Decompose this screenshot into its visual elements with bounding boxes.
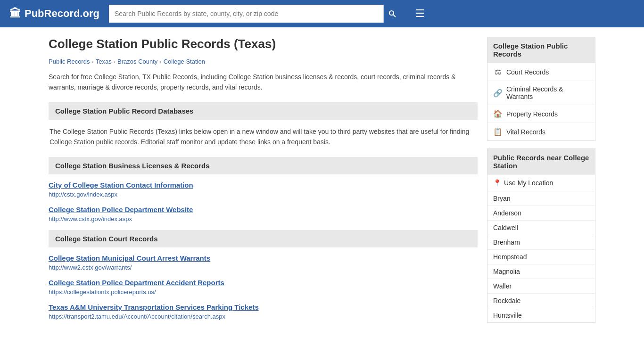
nearby-bryan[interactable]: Bryan — [487, 191, 595, 206]
record-url-parking-tickets[interactable]: https://transport2.tamu.edu/Account/Acco… — [49, 313, 225, 320]
svg-line-1 — [393, 15, 396, 17]
sidebar-item-court[interactable]: ⚖ Court Records — [487, 63, 595, 81]
nearby-huntsville[interactable]: Huntsville — [487, 308, 595, 322]
nearby-brenham[interactable]: Brenham — [487, 235, 595, 249]
section-header-business: College Station Business Licenses & Reco… — [49, 157, 478, 174]
menu-button[interactable]: ☰ — [415, 8, 425, 20]
logo[interactable]: 🏛 PubRecord.org — [9, 7, 99, 20]
record-url-accident-reports[interactable]: https://collegestationtx.policereports.u… — [49, 288, 156, 296]
left-content: College Station Public Records (Texas) P… — [49, 37, 478, 330]
right-sidebar: College Station Public Records ⚖ Court R… — [487, 37, 595, 330]
sidebar-link-criminal[interactable]: Criminal Records & Warrants — [506, 85, 589, 100]
criminal-icon: 🔗 — [493, 89, 503, 98]
section-header-databases: College Station Public Record Databases — [49, 102, 478, 120]
vital-icon: 📋 — [493, 127, 503, 136]
search-icon — [388, 10, 396, 17]
nearby-magnolia[interactable]: Magnolia — [487, 264, 595, 279]
sidebar-item-vital[interactable]: 📋 Vital Records — [487, 123, 595, 140]
sidebar-nearby-box: Public Records near College Station 📍 Us… — [487, 148, 595, 323]
breadcrumb-texas[interactable]: Texas — [96, 58, 112, 65]
header: 🏛 PubRecord.org ☰ — [0, 0, 644, 27]
sidebar-link-property[interactable]: Property Records — [506, 110, 558, 118]
breadcrumb: Public Records › Texas › Brazos County ›… — [49, 58, 478, 65]
record-parking-tickets: Texas A&M University Transportation Serv… — [49, 303, 478, 320]
search-input[interactable] — [109, 5, 383, 23]
svg-point-0 — [389, 11, 394, 15]
breadcrumb-brazos[interactable]: Brazos County — [117, 58, 157, 65]
record-url-city-contact[interactable]: http://cstx.gov/index.aspx — [49, 191, 117, 198]
search-button[interactable] — [383, 5, 401, 23]
sidebar-item-criminal[interactable]: 🔗 Criminal Records & Warrants — [487, 81, 595, 105]
record-title-city-contact[interactable]: City of College Station Contact Informat… — [49, 181, 478, 189]
logo-text: PubRecord.org — [25, 8, 99, 20]
sidebar-nearby-header: Public Records near College Station — [487, 149, 595, 174]
nearby-caldwell[interactable]: Caldwell — [487, 220, 595, 235]
sidebar-cs-header: College Station Public Records — [487, 37, 595, 63]
section-desc-databases: The College Station Public Records (Texa… — [49, 126, 478, 148]
breadcrumb-sep-3: › — [159, 58, 161, 65]
logo-icon: 🏛 — [9, 7, 21, 20]
breadcrumb-college-station[interactable]: College Station — [164, 58, 205, 65]
record-accident-reports: College Station Police Department Accide… — [49, 279, 478, 296]
record-arrest-warrants: College Station Municipal Court Arrest W… — [49, 254, 478, 271]
section-header-court: College Station Court Records — [49, 230, 478, 247]
location-icon: 📍 — [493, 179, 501, 187]
intro-text: Search for free College Station, TX Publ… — [49, 72, 478, 93]
record-title-police-website[interactable]: College Station Police Department Websit… — [49, 206, 478, 214]
sidebar-cs-box: College Station Public Records ⚖ Court R… — [487, 37, 595, 141]
page-title: College Station Public Records (Texas) — [49, 37, 478, 51]
record-title-parking-tickets[interactable]: Texas A&M University Transportation Serv… — [49, 303, 478, 311]
record-url-police-website[interactable]: http://www.cstx.gov/index.aspx — [49, 215, 132, 222]
breadcrumb-public-records[interactable]: Public Records — [49, 58, 90, 65]
record-police-website: College Station Police Department Websit… — [49, 206, 478, 222]
main-container: College Station Public Records (Texas) P… — [39, 27, 605, 340]
nearby-anderson[interactable]: Anderson — [487, 206, 595, 220]
court-icon: ⚖ — [493, 67, 503, 76]
sidebar-link-vital[interactable]: Vital Records — [506, 128, 545, 136]
breadcrumb-sep-1: › — [91, 58, 93, 65]
use-location-button[interactable]: 📍 Use My Location — [487, 174, 595, 191]
nearby-rockdale[interactable]: Rockdale — [487, 293, 595, 308]
search-area — [109, 5, 401, 23]
record-url-arrest-warrants[interactable]: http://www2.cstx.gov/warrants/ — [49, 264, 132, 271]
record-title-arrest-warrants[interactable]: College Station Municipal Court Arrest W… — [49, 254, 478, 262]
property-icon: 🏠 — [493, 109, 503, 118]
record-city-contact: City of College Station Contact Informat… — [49, 181, 478, 198]
sidebar-item-property[interactable]: 🏠 Property Records — [487, 105, 595, 123]
use-location-label: Use My Location — [504, 179, 553, 187]
record-title-accident-reports[interactable]: College Station Police Department Accide… — [49, 279, 478, 287]
nearby-waller[interactable]: Waller — [487, 279, 595, 293]
breadcrumb-sep-2: › — [114, 58, 116, 65]
nearby-hempstead[interactable]: Hempstead — [487, 249, 595, 264]
sidebar-link-court[interactable]: Court Records — [506, 68, 549, 76]
